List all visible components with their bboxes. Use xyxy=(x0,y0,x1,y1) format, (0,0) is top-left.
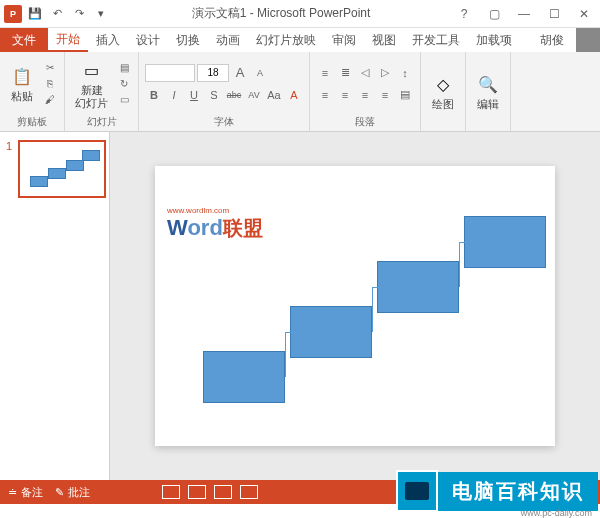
slides-group-label: 幻灯片 xyxy=(71,113,132,129)
bold-button[interactable]: B xyxy=(145,86,163,104)
minimize-icon[interactable]: — xyxy=(512,4,536,24)
line-spacing-icon[interactable]: ↕ xyxy=(396,64,414,82)
slide-thumbnails-panel: 1 xyxy=(0,132,110,480)
slide-canvas[interactable]: www.wordlm.com Word联盟 xyxy=(155,166,555,446)
tab-developer[interactable]: 开发工具 xyxy=(404,28,468,52)
slide-thumbnail[interactable]: 1 xyxy=(8,140,101,198)
indent-left-icon[interactable]: ◁ xyxy=(356,64,374,82)
align-right-icon[interactable]: ≡ xyxy=(356,86,374,104)
close-icon[interactable]: ✕ xyxy=(572,4,596,24)
case-button[interactable]: Aa xyxy=(265,86,283,104)
redo-icon[interactable]: ↷ xyxy=(70,5,88,23)
banner-text: 电脑百科知识 xyxy=(438,472,598,511)
banner-url: www.pc-daily.com xyxy=(521,508,592,518)
user-avatar[interactable] xyxy=(576,28,600,52)
site-banner: 电脑百科知识 xyxy=(396,470,598,512)
new-slide-icon: ▭ xyxy=(80,58,104,82)
bullets-icon[interactable]: ≡ xyxy=(316,64,334,82)
strike-button[interactable]: abc xyxy=(225,86,243,104)
watermark-url: www.wordlm.com xyxy=(167,206,263,215)
copy-icon[interactable]: ⎘ xyxy=(42,77,58,91)
tab-view[interactable]: 视图 xyxy=(364,28,404,52)
thumbnail-number: 1 xyxy=(6,140,12,152)
slide-editor[interactable]: www.wordlm.com Word联盟 xyxy=(110,132,600,480)
tab-account[interactable]: 胡俊 xyxy=(532,28,572,52)
drawing-button[interactable]: ◇ 绘图 xyxy=(427,70,459,112)
app-icon: P xyxy=(4,5,22,23)
underline-button[interactable]: U xyxy=(185,86,203,104)
new-slide-button[interactable]: ▭ 新建 幻灯片 xyxy=(71,56,112,110)
help-icon[interactable]: ? xyxy=(452,4,476,24)
comments-icon: ✎ xyxy=(55,486,64,499)
paragraph-group-label: 段落 xyxy=(316,113,414,129)
layout-icon[interactable]: ▤ xyxy=(116,61,132,75)
tab-design[interactable]: 设计 xyxy=(128,28,168,52)
undo-icon[interactable]: ↶ xyxy=(48,5,66,23)
save-icon[interactable]: 💾 xyxy=(26,5,44,23)
tab-addins[interactable]: 加载项 xyxy=(468,28,520,52)
banner-logo-icon xyxy=(396,470,438,512)
find-icon: 🔍 xyxy=(476,72,500,96)
editing-button[interactable]: 🔍 编辑 xyxy=(472,70,504,112)
slideshow-view-icon[interactable] xyxy=(240,485,258,499)
editing-label: 编辑 xyxy=(477,98,499,110)
font-family-select[interactable] xyxy=(145,64,195,82)
paste-label: 粘贴 xyxy=(11,90,33,102)
shapes-icon: ◇ xyxy=(431,72,455,96)
italic-button[interactable]: I xyxy=(165,86,183,104)
justify-icon[interactable]: ≡ xyxy=(376,86,394,104)
comments-button[interactable]: ✎ 批注 xyxy=(55,485,90,500)
reading-view-icon[interactable] xyxy=(214,485,232,499)
clipboard-group-label: 剪贴板 xyxy=(6,113,58,129)
align-center-icon[interactable]: ≡ xyxy=(336,86,354,104)
notes-icon: ≐ xyxy=(8,486,17,499)
font-size-select[interactable] xyxy=(197,64,229,82)
new-slide-label: 新建 幻灯片 xyxy=(75,84,108,108)
cut-icon[interactable]: ✂ xyxy=(42,61,58,75)
tab-transitions[interactable]: 切换 xyxy=(168,28,208,52)
qat-dropdown-icon[interactable]: ▾ xyxy=(92,5,110,23)
reset-icon[interactable]: ↻ xyxy=(116,77,132,91)
drawing-label: 绘图 xyxy=(432,98,454,110)
section-icon[interactable]: ▭ xyxy=(116,93,132,107)
columns-icon[interactable]: ▤ xyxy=(396,86,414,104)
watermark: www.wordlm.com Word联盟 xyxy=(167,206,263,242)
font-color-icon[interactable]: A xyxy=(285,86,303,104)
smartart-shape[interactable] xyxy=(203,351,285,403)
clipboard-icon: 📋 xyxy=(10,64,34,88)
paste-button[interactable]: 📋 粘贴 xyxy=(6,62,38,104)
tab-home[interactable]: 开始 xyxy=(48,28,88,52)
tab-file[interactable]: 文件 xyxy=(0,28,48,52)
smartart-connector xyxy=(285,332,291,377)
tab-insert[interactable]: 插入 xyxy=(88,28,128,52)
tab-slideshow[interactable]: 幻灯片放映 xyxy=(248,28,324,52)
notes-button[interactable]: ≐ 备注 xyxy=(8,485,43,500)
ribbon-options-icon[interactable]: ▢ xyxy=(482,4,506,24)
tab-review[interactable]: 审阅 xyxy=(324,28,364,52)
numbering-icon[interactable]: ≣ xyxy=(336,64,354,82)
spacing-button[interactable]: AV xyxy=(245,86,263,104)
align-left-icon[interactable]: ≡ xyxy=(316,86,334,104)
shrink-font-icon[interactable]: A xyxy=(251,64,269,82)
tab-animations[interactable]: 动画 xyxy=(208,28,248,52)
maximize-icon[interactable]: ☐ xyxy=(542,4,566,24)
sorter-view-icon[interactable] xyxy=(188,485,206,499)
smartart-connector xyxy=(372,287,378,332)
font-group-label: 字体 xyxy=(145,113,303,129)
indent-right-icon[interactable]: ▷ xyxy=(376,64,394,82)
smartart-shape[interactable] xyxy=(464,216,546,268)
smartart-connector xyxy=(459,242,465,287)
smartart-shape[interactable] xyxy=(290,306,372,358)
normal-view-icon[interactable] xyxy=(162,485,180,499)
format-painter-icon[interactable]: 🖌 xyxy=(42,93,58,107)
shadow-button[interactable]: S xyxy=(205,86,223,104)
smartart-shape[interactable] xyxy=(377,261,459,313)
window-title: 演示文稿1 - Microsoft PowerPoint xyxy=(110,5,452,22)
grow-font-icon[interactable]: A xyxy=(231,64,249,82)
